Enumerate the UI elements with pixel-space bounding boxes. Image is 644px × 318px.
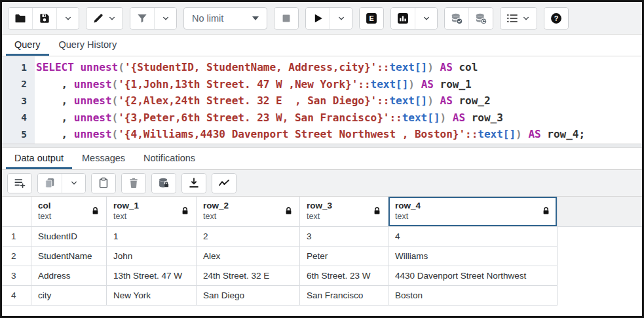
filter-options-button[interactable] <box>154 8 176 29</box>
tab-data-output[interactable]: Data output <box>6 148 72 169</box>
column-header-row_2[interactable]: row_2text <box>197 197 300 227</box>
data-cell[interactable]: 24th Street. 32 E <box>197 266 300 286</box>
limit-select[interactable]: No limit <box>183 7 267 30</box>
data-cell[interactable]: San Diego <box>197 286 300 306</box>
tab-query[interactable]: Query <box>6 35 49 56</box>
list-icon <box>506 12 519 25</box>
table-row: 1StudentID1234 <box>2 227 642 247</box>
open-file-button[interactable] <box>9 8 32 29</box>
save-file-button[interactable] <box>32 8 56 29</box>
code-text: , unnest('{3,Peter,6th Street. 23 W, San… <box>27 111 503 124</box>
data-cell[interactable]: John <box>107 247 197 266</box>
column-header-row_3[interactable]: row_3text <box>300 197 388 227</box>
chevron-down-icon <box>161 13 171 24</box>
panel-resize-handle[interactable] <box>2 144 642 148</box>
copy-options-button[interactable] <box>62 174 85 193</box>
grid-row-filler <box>558 286 642 306</box>
data-cell[interactable]: 4 <box>388 227 558 247</box>
data-cell[interactable]: Address <box>31 266 107 286</box>
save-options-button[interactable] <box>56 8 79 29</box>
row-number-cell[interactable]: 2 <box>2 247 31 266</box>
add-row-button[interactable] <box>8 174 31 193</box>
row-number-cell[interactable]: 3 <box>2 266 31 286</box>
stop-button[interactable] <box>275 8 298 29</box>
column-header-col[interactable]: coltext <box>31 197 107 227</box>
data-cell[interactable]: 1 <box>107 227 197 247</box>
line-number: 2 <box>2 79 27 89</box>
data-cell[interactable]: 13th Street. 47 W <box>107 266 197 286</box>
column-header-row_4[interactable]: row_4text <box>388 197 558 227</box>
sql-editor[interactable]: 1SELECT unnest('{StudentID, StudentName,… <box>2 56 642 144</box>
paste-button[interactable] <box>92 174 115 193</box>
execute-button[interactable] <box>306 8 330 29</box>
graph-visualiser-button[interactable] <box>212 174 236 193</box>
query-tabbar: QueryQuery History <box>2 35 642 56</box>
data-cell[interactable]: StudentID <box>31 227 107 247</box>
delete-rows-button[interactable] <box>122 174 145 193</box>
filter-button[interactable] <box>130 8 154 29</box>
pencil-icon <box>92 12 105 25</box>
chevron-down-icon <box>421 13 432 24</box>
data-cell[interactable]: New York <box>107 286 197 306</box>
column-header-row_1[interactable]: row_1text <box>107 197 197 227</box>
data-cell[interactable]: Alex <box>197 247 300 266</box>
explain-analyze-button[interactable] <box>391 8 415 29</box>
commit-button[interactable] <box>445 8 468 29</box>
chevron-down-icon <box>521 13 531 24</box>
line-number: 3 <box>2 96 27 106</box>
column-type: text <box>38 212 51 222</box>
save-data-changes-button[interactable] <box>152 174 176 193</box>
execute-options-button[interactable] <box>330 8 352 29</box>
save-results-to-file-button[interactable] <box>182 174 206 193</box>
row-number-cell[interactable]: 4 <box>2 286 31 306</box>
grid-row-filler <box>558 227 642 247</box>
chevron-down-icon <box>107 13 117 24</box>
data-cell[interactable]: Peter <box>300 247 388 266</box>
macros-button[interactable] <box>501 8 537 29</box>
table-row: 3Address13th Street. 47 W24th Street. 32… <box>2 266 642 286</box>
data-cell[interactable]: Boston <box>388 286 558 306</box>
grid-corner-cell[interactable] <box>2 197 31 227</box>
data-cell[interactable]: 2 <box>197 227 300 247</box>
lock-icon <box>86 207 100 217</box>
lock-icon <box>368 207 381 217</box>
rollback-button[interactable] <box>468 8 493 29</box>
toolbar-button-group <box>37 173 86 193</box>
stop-icon <box>280 12 293 25</box>
toolbar-button-group: E <box>359 7 384 30</box>
tab-messages[interactable]: Messages <box>73 148 134 169</box>
data-cell[interactable]: Williams <box>388 247 558 266</box>
edit-options-button[interactable] <box>86 8 123 29</box>
column-name: col <box>38 201 51 212</box>
help-button[interactable]: ? <box>544 8 568 29</box>
explain-button[interactable]: E <box>360 8 383 29</box>
caret-down-icon <box>252 16 259 20</box>
column-name: row_4 <box>395 201 421 212</box>
data-cell[interactable]: 4430 Davenport Street Northwest <box>388 266 558 286</box>
toolbar-button-group <box>274 7 299 30</box>
limit-select-value: No limit <box>192 13 223 24</box>
data-cell[interactable]: 6th Street. 23 W <box>300 266 388 286</box>
column-name: row_2 <box>203 201 229 212</box>
code-line: 2 , unnest('{1,John,13th Street. 47 W ,N… <box>2 76 642 93</box>
explain-analyze-options-button[interactable] <box>415 8 437 29</box>
data-cell[interactable]: San Francisco <box>300 286 388 306</box>
help-icon: ? <box>550 12 563 25</box>
tab-notifications[interactable]: Notifications <box>135 148 204 169</box>
data-cell[interactable]: StudentName <box>31 247 107 266</box>
grid-header-filler <box>558 197 642 227</box>
row-number-cell[interactable]: 1 <box>2 227 31 247</box>
save-icon <box>38 12 51 25</box>
tab-query-history[interactable]: Query History <box>50 35 126 56</box>
code-text: , unnest('{1,John,13th Street. 47 W ,New… <box>27 78 472 90</box>
data-cell[interactable]: 3 <box>300 227 388 247</box>
data-cell[interactable]: city <box>31 286 107 306</box>
toolbar-button-group <box>130 7 177 30</box>
rollback-icon <box>474 12 487 25</box>
output-tabbar: Data outputMessagesNotifications <box>2 148 642 170</box>
copy-button[interactable] <box>38 174 62 193</box>
add-row-icon <box>13 176 26 189</box>
toolbar-button-group <box>305 7 352 30</box>
code-line: 5 , unnest('{4,Williams,4430 Davenport S… <box>2 126 642 143</box>
toolbar-button-group <box>7 173 32 193</box>
